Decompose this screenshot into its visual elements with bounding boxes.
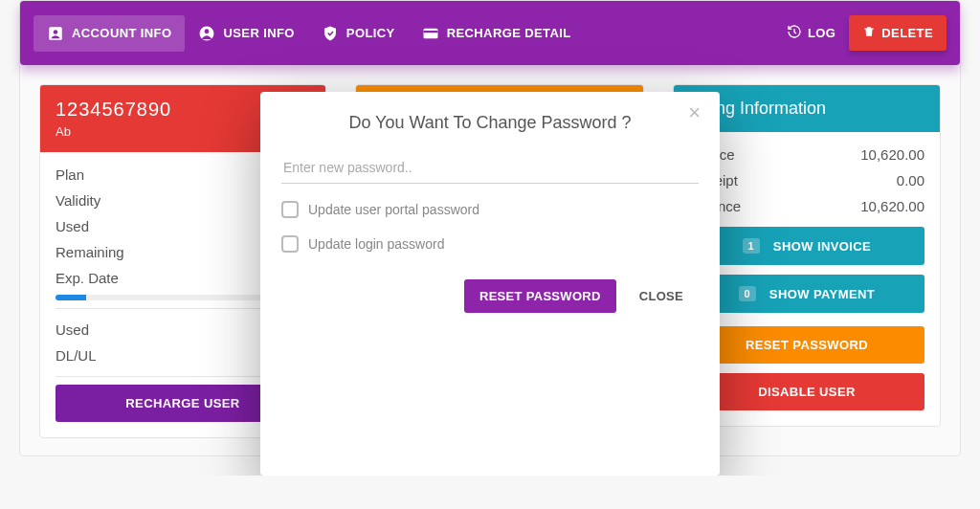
checkbox-icon [281, 201, 299, 218]
tab-recharge-detail[interactable]: RECHARGE DETAIL [409, 15, 585, 52]
show-invoice-button[interactable]: 1 SHOW INVOICE [689, 227, 924, 265]
invoice-count: 1 [743, 238, 760, 254]
user-circle-icon [198, 25, 215, 42]
checkbox-label: Update login password [308, 236, 444, 252]
close-icon: × [688, 100, 701, 124]
topbar: ACCOUNT INFO USER INFO POLICY RECHARGE D… [20, 1, 960, 65]
recharge-user-label: RECHARGE USER [125, 396, 239, 410]
checkbox-portal-password[interactable]: Update user portal password [281, 201, 699, 218]
show-payment-label: SHOW PAYMENT [769, 287, 875, 301]
receipt-value: 0.00 [897, 172, 924, 188]
show-payment-button[interactable]: 0 SHOW PAYMENT [689, 275, 924, 313]
tab-label: ACCOUNT INFO [72, 26, 171, 40]
trash-icon [862, 25, 876, 41]
modal-reset-label: RESET PASSWORD [479, 289, 601, 303]
disable-user-button[interactable]: DISABLE USER [689, 373, 924, 410]
modal-reset-button[interactable]: RESET PASSWORD [464, 279, 616, 313]
tab-label: USER INFO [223, 26, 294, 40]
svg-point-1 [54, 30, 58, 34]
log-label: LOG [808, 26, 835, 40]
svg-point-3 [205, 29, 210, 33]
shield-check-icon [322, 25, 339, 42]
modal-close-button[interactable]: CLOSE [624, 279, 699, 313]
svg-rect-4 [423, 28, 437, 38]
plan-label: Plan [56, 166, 84, 183]
modal-title: Do You Want To Change Password ? [281, 113, 699, 133]
validity-label: Validity [56, 192, 100, 209]
remaining-label: Remaining [56, 244, 124, 260]
modal-close-x[interactable]: × [682, 101, 706, 124]
used-label: Used [56, 218, 89, 234]
tab-label: POLICY [346, 26, 395, 40]
reset-password-label: RESET PASSWORD [746, 338, 868, 352]
tab-policy[interactable]: POLICY [308, 15, 409, 52]
account-box-icon [47, 25, 64, 42]
reset-password-button[interactable]: RESET PASSWORD [689, 326, 924, 364]
tab-account-info[interactable]: ACCOUNT INFO [33, 15, 185, 52]
dlul-label: DL/UL [56, 347, 97, 364]
delete-button[interactable]: DELETE [849, 15, 947, 51]
svg-rect-5 [423, 31, 437, 33]
balance-value: 10,620.00 [860, 198, 924, 214]
checkbox-login-password[interactable]: Update login password [281, 235, 699, 253]
delete-label: DELETE [881, 26, 933, 40]
change-password-modal: × Do You Want To Change Password ? Updat… [260, 92, 720, 476]
new-password-input[interactable] [281, 152, 699, 184]
checkbox-icon [281, 235, 299, 253]
tab-user-info[interactable]: USER INFO [185, 15, 307, 52]
checkbox-label: Update user portal password [308, 202, 479, 217]
log-button[interactable]: LOG [773, 14, 849, 52]
disable-user-label: DISABLE USER [758, 385, 856, 399]
credit-card-icon [422, 25, 439, 42]
invoice-value: 10,620.00 [860, 146, 924, 163]
used2-label: Used [56, 321, 89, 338]
modal-close-label: CLOSE [639, 289, 683, 303]
history-icon [787, 24, 802, 42]
tab-label: RECHARGE DETAIL [447, 26, 571, 40]
payment-count: 0 [739, 286, 756, 301]
exp-date-label: Exp. Date [56, 270, 119, 286]
show-invoice-label: SHOW INVOICE [773, 239, 871, 254]
